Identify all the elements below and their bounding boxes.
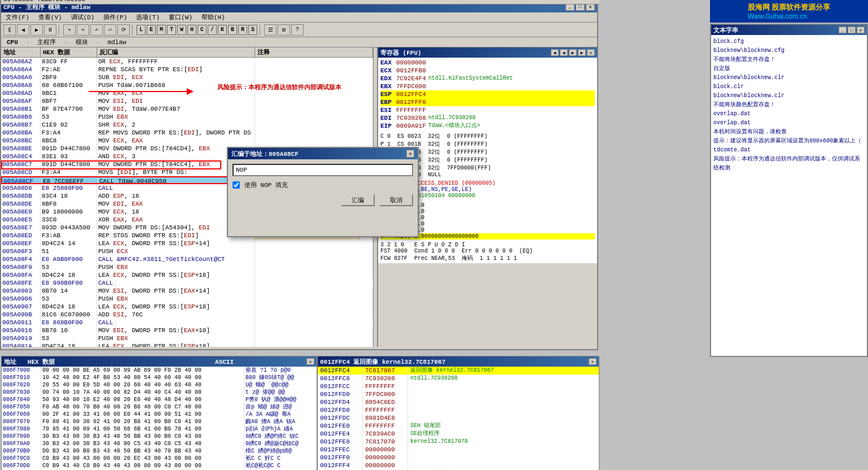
disasm-row[interactable]: 005A0907 8D4C24 18 LEA ECX, DWORD PTR SS… (1, 303, 373, 311)
dialog-close-button[interactable]: ✕ (406, 150, 414, 158)
tool-step5[interactable]: ⟳ (117, 24, 130, 36)
pause-button[interactable]: ⏸ (44, 24, 56, 36)
text-string-item[interactable]: blocknew\blocknew.clr (713, 73, 865, 82)
disasm-row[interactable]: 005A08A8 68 68B67100 PUSH TdaW.0071B668 (1, 81, 373, 89)
mem-row[interactable]: 006F7010 10 42 48 00 E2 4F B0 53 40 80 5… (2, 374, 317, 381)
menu-debug[interactable]: 调试(D) (69, 13, 97, 21)
mem-close[interactable]: ✕ (306, 358, 314, 365)
reg-btn-prev1[interactable]: ◀ (551, 49, 559, 56)
tool-help2[interactable]: ? (291, 24, 304, 36)
tool-M[interactable]: M (157, 25, 166, 35)
text-string-item[interactable]: block.clr (713, 82, 865, 92)
text-string-item[interactable]: 本机时间设置有问题，请检查 (713, 128, 865, 137)
stack-close[interactable]: ✕ (589, 358, 597, 365)
menu-help[interactable]: 帮助(H) (199, 13, 227, 21)
text-string-item[interactable]: 提示：建议将显示器的屏幕区域设置为800x600象素以上（ (713, 137, 865, 146)
text-string-item[interactable]: overlap.dat (713, 110, 865, 119)
disasm-row[interactable]: 005A08F3 51 PUSH ECX (1, 247, 373, 255)
tool-C[interactable]: C (198, 25, 207, 35)
disasm-row[interactable]: 005A08B6 53 PUSH EBX (1, 113, 373, 121)
menu-window[interactable]: 窗口(W) (166, 13, 195, 21)
tool-graph[interactable]: ⊞ (278, 24, 290, 36)
text-string-item[interactable]: 不能将块配置文件存盘！ (713, 55, 865, 64)
sub-tab-mdlaw[interactable]: mdlaw (104, 39, 130, 46)
tool-H[interactable]: H (187, 25, 196, 35)
text-string-item[interactable]: block.cfg (713, 37, 865, 46)
sub-tab-module[interactable]: 模块 (72, 38, 91, 46)
disasm-row[interactable]: 005A08AD 8BC1 MOV EAX, ECX (1, 89, 373, 97)
mem-row[interactable]: 006F7020 20 55 40 00 E0 5D 40 00 20 60 4… (2, 381, 317, 389)
disasm-row[interactable]: 005A08F4 E8 A9B0F000 CALL &MFC42.#3811_?… (1, 255, 373, 263)
reg-btn-prev2[interactable]: ◀ (560, 49, 568, 56)
disasm-row[interactable]: 005A0906 53 PUSH EBX (1, 295, 373, 303)
tool-R[interactable]: R (238, 25, 247, 35)
restart-button[interactable]: ⟪ (3, 24, 16, 36)
disasm-row[interactable]: 005A08BC 8BC8 MOV ECX, EAX (1, 137, 373, 145)
disasm-row[interactable]: 005A08FE E8 998B0F00 CALL (1, 279, 373, 287)
tool-K[interactable]: K (218, 25, 227, 35)
tool-W[interactable]: W (177, 25, 186, 35)
tool-step4[interactable]: ⏎ (104, 24, 116, 36)
stack-row[interactable]: 0012FFEC 00000000 (318, 446, 599, 454)
mem-row[interactable]: 006F7060 00 2F 41 00 33 41 00 00 E0 44 4… (2, 411, 317, 418)
tool-list[interactable]: ☰ (264, 24, 277, 36)
stack-row[interactable]: 0012FFD8 FFFFFFFF (318, 406, 599, 414)
disasm-row[interactable]: 005A08A6 2BF9 SUB EDI, ECX (1, 73, 373, 81)
stack-row[interactable]: 0012FFF0 00000000 (318, 454, 599, 462)
reg-btn-next2[interactable]: ▶ (578, 49, 586, 56)
menu-file[interactable]: 文件(F) (3, 13, 32, 21)
stack-row[interactable]: 0012FFD0 7FFDC000 (318, 390, 599, 398)
mem-row[interactable]: 006F7080 70 85 41 00 89 41 00 50 68 6B 4… (2, 425, 317, 433)
disasm-row[interactable]: 005A0911 E8 868B0F00 CALL (1, 319, 373, 327)
disasm-row[interactable]: 005A08B1 BF 87E47700 MOV EDI, TdaW.0077E… (1, 105, 373, 113)
mem-row[interactable]: 006F70D0 C0 B9 43 40 C0 B9 43 40 43 00 0… (2, 462, 317, 469)
sub-tab-cpu[interactable]: CPU (3, 39, 21, 46)
mem-row[interactable]: 006F70C0 C0 B9 43 00 43 00 00 00 20 EC 4… (2, 455, 317, 462)
assemble-button[interactable]: 汇编 (341, 194, 375, 206)
disasm-row[interactable]: 005A0903 8B70 14 MOV ESI, DWORD PTR DS:[… (1, 287, 373, 295)
reg-btn-close[interactable]: ✕ (587, 49, 595, 56)
stack-row[interactable]: 0012FFD4 8054C6ED (318, 398, 599, 406)
tool-step3[interactable]: ↶ (90, 24, 103, 36)
disasm-row[interactable]: 005A08EF 8D4C24 14 LEA ECX, DWORD PTR SS… (1, 240, 373, 247)
sub-tab-main[interactable]: 主程序 (34, 38, 59, 46)
disasm-row[interactable]: 005A08B7 C1E9 02 SHR ECX, 2 (1, 121, 373, 129)
tool-T[interactable]: T (167, 25, 176, 35)
tool-E[interactable]: E (147, 25, 156, 35)
disasm-row[interactable]: 005A08AF 8BF7 MOV ESI, EDI (1, 97, 373, 105)
menu-options[interactable]: 选项(T) (134, 13, 162, 21)
stack-row[interactable]: 0012FFE4 7C839AC0 SE处理程序 (318, 430, 599, 438)
tool-L[interactable]: L (137, 25, 146, 35)
cancel-button[interactable]: 取消 (379, 194, 413, 206)
menu-view[interactable]: 查看(V) (36, 13, 64, 21)
disasm-row[interactable]: 005A0919 53 PUSH EBX (1, 334, 373, 342)
mem-row[interactable]: 006F7090 30 B3 43 00 30 B3 43 40 50 BB 4… (2, 433, 317, 440)
nop-fill-checkbox[interactable] (233, 181, 240, 189)
tool-B[interactable]: B (228, 25, 237, 35)
mem-row[interactable]: 006F7030 00 74 00 10 7A 40 00 00 82 D4 4… (2, 389, 317, 396)
play-button[interactable]: ▶ (30, 24, 43, 36)
disasm-row[interactable]: 005A090B 81C6 6C070000 ADD ESI, 76C (1, 311, 373, 319)
stack-row[interactable]: 0012FFF4 00000000 (318, 462, 599, 469)
disasm-row[interactable]: 005A08A2 83C9 FF OR ECX, FFFFFFFF (1, 58, 373, 66)
text-string-item[interactable]: 自定版 (713, 64, 865, 73)
text-string-item[interactable]: blocknew\blocknew.clr (713, 92, 865, 101)
text-string-item[interactable]: 风险提示：本程序为通达信软件内部调试版本，仅供调试系统检测 (713, 155, 865, 173)
mem-row[interactable]: 006F7070 F0 88 41 00 30 92 41 00 20 B8 4… (2, 418, 317, 425)
text-panel-close[interactable]: ✕ (857, 27, 865, 33)
text-string-item[interactable]: blocknew\blocknew.cfg (713, 46, 865, 55)
disasm-row[interactable]: 005A091A 8D4C24 18 LEA ECX, DWORD PTR SS… (1, 342, 373, 347)
stack-row[interactable]: 0012FFCC FFFFFFFF (318, 382, 599, 390)
reg-btn-next1[interactable]: ▶ (569, 49, 577, 56)
disasm-row[interactable]: 005A08A4 F2:AE REPNE SCAS BYTE PTR ES:[E… (1, 66, 373, 73)
tool-S[interactable]: S (248, 25, 257, 35)
tool-slash[interactable]: / (208, 25, 217, 35)
text-panel-minimize[interactable]: _ (839, 27, 847, 33)
disasm-row[interactable]: 005A0916 8B78 10 MOV EDI, DWORD PTR DS:[… (1, 327, 373, 334)
mem-row[interactable]: 006F7000 00 00 00 00 BE A5 69 00 99 AB 6… (2, 367, 317, 374)
tool-step1[interactable]: ↷ (63, 24, 76, 36)
text-string-item[interactable]: tdcomte.dat (713, 146, 865, 155)
menu-plugin[interactable]: 插件(P) (101, 13, 129, 21)
mem-row[interactable]: 006F70B0 D0 B3 43 00 B0 B3 43 40 50 BB 4… (2, 447, 317, 455)
mem-row[interactable]: 006F70A0 30 B3 43 00 30 B3 43 40 90 C5 4… (2, 440, 317, 447)
